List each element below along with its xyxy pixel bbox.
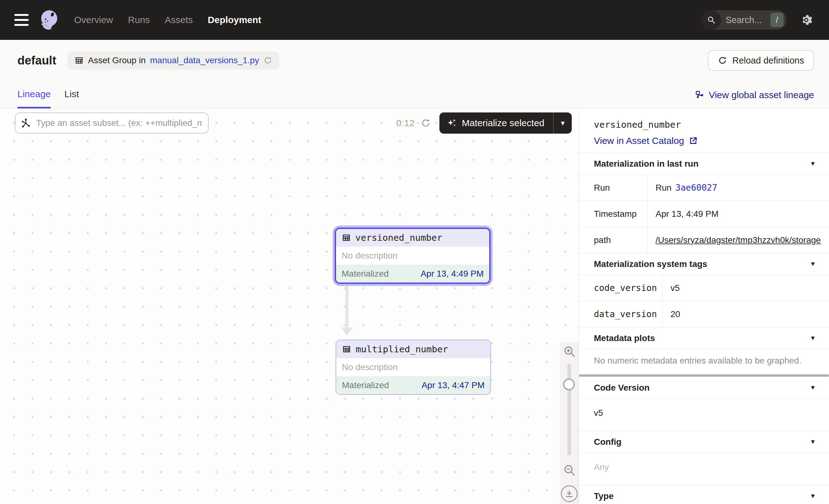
path-link[interactable]: /Users/sryza/dagster/tmp3hzzvh0k/storage [655,235,821,245]
section-materialization-in-last-run[interactable]: Materialization in last run ▼ [579,153,829,174]
view-global-asset-lineage-link[interactable]: View global asset lineage [695,90,814,108]
page-header: default Asset Group in manual_data_versi… [0,40,829,109]
row-label: Run [579,175,647,201]
table-row-path: path /Users/sryza/dagster/tmp3hzzvh0k/st… [579,227,829,253]
nav-item-assets[interactable]: Assets [165,15,193,25]
code-version-text: v5 [579,398,829,431]
asset-node-title: multiplied_number [356,344,448,355]
metadata-plots-empty-message: No numeric metadata entries available to… [579,349,829,372]
view-global-asset-lineage-label: View global asset lineage [709,90,814,100]
table-row-data-version: data_version 20 [579,301,829,327]
table-row-timestamp: Timestamp Apr 13, 4:49 PM [579,201,829,227]
reload-definitions-button[interactable]: Reload definitions [708,50,814,71]
section-config[interactable]: Config ▼ [579,431,829,453]
materialize-selected-button[interactable]: Materialize selected ▾ [439,112,572,134]
materialize-dropdown-caret[interactable]: ▾ [554,112,572,134]
search-shortcut-badge: / [770,13,784,27]
run-id-link[interactable]: 3ae60027 [675,183,717,193]
reload-icon [718,56,727,65]
asset-node-description: No description [336,358,490,376]
lineage-edge [346,282,349,328]
section-type[interactable]: Type ▼ [579,485,829,504]
asset-node-description: No description [336,246,489,265]
asset-group-label: Asset Group in [88,56,146,65]
horizontal-scrollbar[interactable] [579,374,829,376]
global-search[interactable]: / [701,10,787,30]
download-image-icon[interactable] [561,485,578,502]
search-icon [701,10,721,30]
graph-refresh-icon[interactable] [421,118,431,128]
nav-links: Overview Runs Assets Deployment [74,15,261,25]
graph-toolbar: 0:12 Materialize selected ▾ [15,112,572,134]
table-row-run: Run Run 3ae60027 [579,174,829,201]
asset-node-title: versioned_number [355,232,442,243]
external-link-icon [689,136,698,145]
section-heading: Type [594,491,613,501]
row-label: data_version [579,301,662,327]
asset-node-status: Materialized [341,269,389,279]
view-in-asset-catalog-link[interactable]: View in Asset Catalog [594,136,814,146]
tab-list[interactable]: List [65,89,79,108]
chevron-down-icon[interactable]: ▼ [810,334,816,342]
timestamp-value: Apr 13, 4:49 PM [647,201,829,227]
data-version-value: 20 [662,301,829,327]
zoom-slider-track[interactable] [567,363,571,456]
nav-item-runs[interactable]: Runs [128,15,150,25]
badge-refresh-icon[interactable] [263,56,272,65]
section-heading: Config [594,437,622,447]
section-heading: Materialization system tags [594,259,707,269]
asset-group-file-link[interactable]: manual_data_versions_1.py [150,56,259,65]
asset-node-timestamp[interactable]: Apr 13, 4:47 PM [422,380,484,390]
asset-node-versioned-number[interactable]: versioned_number No description Material… [335,228,491,284]
chevron-down-icon[interactable]: ▼ [810,160,816,167]
sidebar-asset-title: versioned_number [594,119,814,130]
row-label: code_version [579,275,662,301]
nav-item-overview[interactable]: Overview [74,15,113,25]
chevron-down-icon[interactable]: ▼ [810,493,816,500]
section-heading: Code Version [594,383,650,393]
settings-gear-icon[interactable] [800,13,813,27]
page-title: default [17,54,57,67]
row-label: Timestamp [579,201,647,227]
search-input[interactable] [721,15,770,25]
asset-group-badge: Asset Group in manual_data_versions_1.py [68,51,279,69]
asset-table-icon [341,233,351,242]
asset-node-timestamp[interactable]: Apr 13, 4:49 PM [421,269,483,279]
zoom-controls [560,342,579,504]
zoom-slider-handle[interactable] [563,379,575,390]
code-version-value: v5 [662,275,829,301]
top-nav: Overview Runs Assets Deployment / [0,0,829,40]
chevron-down-icon[interactable]: ▼ [810,438,816,445]
asset-detail-sidebar: versioned_number View in Asset Catalog M… [579,109,829,504]
section-heading: Materialization in last run [594,159,698,169]
chevron-down-icon[interactable]: ▼ [810,260,816,267]
view-tabs: Lineage List [17,89,79,108]
asset-node-status: Materialized [342,380,389,390]
chevron-down-icon[interactable]: ▼ [810,384,816,391]
lineage-canvas[interactable]: 0:12 Materialize selected ▾ [0,109,579,504]
config-text: Any [579,453,829,485]
asset-subset-icon [21,118,31,131]
section-heading: Metadata plots [594,333,655,343]
row-label: path [579,227,647,253]
global-lineage-icon [695,90,705,100]
run-prefix: Run [655,183,672,193]
dagster-logo-icon[interactable] [39,9,59,31]
asset-subset-input[interactable] [15,112,209,134]
asset-table-icon [342,345,351,354]
zoom-out-icon[interactable] [563,464,576,477]
refresh-timer: 0:12 [396,118,414,128]
asset-node-multiplied-number[interactable]: multiplied_number No description Materia… [335,339,491,395]
section-code-version[interactable]: Code Version ▼ [579,376,829,398]
tab-lineage[interactable]: Lineage [17,89,51,108]
section-metadata-plots[interactable]: Metadata plots ▼ [579,327,829,349]
nav-item-deployment[interactable]: Deployment [208,15,261,25]
hamburger-menu-icon[interactable] [14,14,29,26]
materialize-selected-label: Materialize selected [462,118,544,128]
reload-definitions-label: Reload definitions [732,56,804,66]
lineage-edge-arrowhead [341,327,353,336]
asset-group-icon [74,56,84,65]
table-row-code-version: code_version v5 [579,275,829,301]
zoom-in-icon[interactable] [563,345,576,358]
section-materialization-system-tags[interactable]: Materialization system tags ▼ [579,253,829,275]
